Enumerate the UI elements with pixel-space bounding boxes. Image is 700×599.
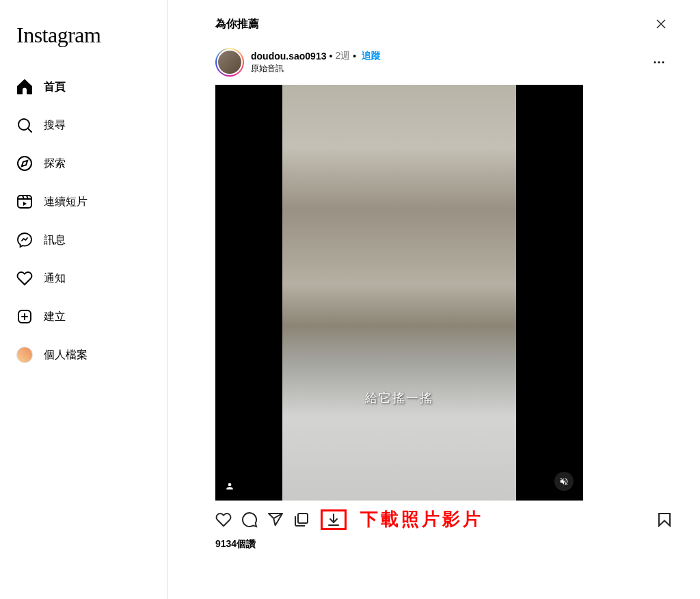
- avatar[interactable]: [215, 48, 244, 77]
- search-icon: [16, 117, 33, 133]
- download-button[interactable]: [325, 511, 342, 528]
- post-time: 2週: [335, 50, 350, 62]
- reels-icon: [16, 194, 33, 210]
- sidebar-item-home[interactable]: 首頁: [8, 70, 159, 103]
- svg-point-13: [654, 62, 656, 64]
- svg-rect-18: [298, 514, 308, 523]
- close-button[interactable]: [649, 12, 673, 36]
- sidebar-item-create[interactable]: 建立: [8, 300, 159, 333]
- svg-point-14: [658, 62, 660, 64]
- main-content: 為你推薦 doudou.sao0913 • 2週 • 追蹤 原始音訊: [167, 0, 700, 599]
- bookmark-button[interactable]: [656, 511, 673, 528]
- post-username[interactable]: doudou.sao0913: [251, 51, 326, 62]
- compass-icon: [16, 155, 33, 172]
- sidebar-item-label: 通知: [44, 271, 66, 286]
- sidebar-item-label: 訊息: [44, 233, 66, 248]
- logo[interactable]: Instagram: [8, 5, 159, 59]
- share-button[interactable]: [267, 511, 284, 528]
- plus-square-icon: [16, 308, 33, 325]
- comment-button[interactable]: [241, 511, 258, 528]
- sidebar-item-label: 探索: [44, 157, 66, 171]
- carousel-button[interactable]: [293, 511, 310, 528]
- svg-line-1: [28, 129, 31, 132]
- home-icon: [16, 79, 33, 95]
- sidebar-item-label: 搜尋: [44, 118, 66, 133]
- mute-button[interactable]: [554, 472, 574, 491]
- likes-count[interactable]: 9134個讚: [215, 538, 673, 550]
- sidebar: Instagram 首頁 搜尋 探索 連續短片: [0, 0, 167, 599]
- sidebar-item-label: 連續短片: [44, 195, 88, 209]
- more-options-button[interactable]: [645, 49, 673, 76]
- follow-button[interactable]: 追蹤: [362, 50, 381, 62]
- audio-label[interactable]: 原始音訊: [251, 63, 645, 75]
- like-button[interactable]: [215, 511, 232, 528]
- post-header: doudou.sao0913 • 2週 • 追蹤 原始音訊: [215, 48, 673, 77]
- download-annotation-box: [321, 509, 347, 530]
- sidebar-item-messages[interactable]: 訊息: [8, 224, 159, 256]
- sidebar-item-notifications[interactable]: 通知: [8, 262, 159, 295]
- messenger-icon: [16, 232, 33, 248]
- svg-marker-21: [659, 514, 670, 526]
- sidebar-item-profile[interactable]: 個人檔案: [8, 338, 159, 371]
- sidebar-item-search[interactable]: 搜尋: [8, 109, 159, 142]
- video-caption: 給它搖一搖: [365, 390, 433, 406]
- sidebar-item-label: 建立: [44, 310, 66, 324]
- download-annotation-text: 下載照片影片: [360, 507, 483, 531]
- svg-point-2: [18, 157, 31, 170]
- tagged-people-icon[interactable]: [225, 481, 234, 491]
- svg-point-15: [662, 62, 664, 64]
- heart-icon: [16, 270, 33, 287]
- sidebar-item-reels[interactable]: 連續短片: [8, 185, 159, 218]
- svg-marker-3: [22, 161, 27, 166]
- sidebar-item-explore[interactable]: 探索: [8, 147, 159, 180]
- video-player[interactable]: 給它搖一搖: [215, 85, 583, 501]
- avatar-icon: [16, 347, 33, 363]
- post-actions: 下載照片影片: [215, 507, 673, 531]
- svg-rect-4: [18, 196, 31, 208]
- sidebar-item-label: 首頁: [44, 80, 66, 94]
- page-title: 為你推薦: [215, 17, 259, 31]
- sidebar-item-label: 個人檔案: [44, 348, 88, 362]
